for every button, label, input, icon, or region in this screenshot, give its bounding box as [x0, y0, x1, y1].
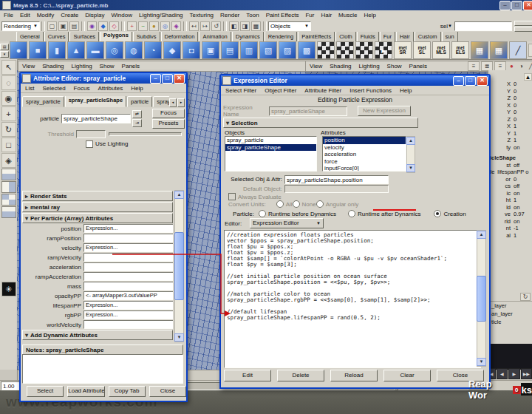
channel-row[interactable]: csoff: [488, 183, 532, 190]
channel-row[interactable]: X0: [488, 102, 532, 109]
status-icon[interactable]: ↦: [200, 21, 210, 31]
panel-menu-item[interactable]: Panels: [121, 63, 140, 69]
status-icon[interactable]: ◉: [87, 21, 97, 31]
attribute-list-item[interactable]: position: [323, 137, 406, 144]
particle-mode-option[interactable]: Runtime before Dynamics: [259, 210, 336, 217]
status-icon[interactable]: ↤: [189, 21, 199, 31]
shelf-icon[interactable]: ●: [10, 41, 27, 59]
shelf-icon[interactable]: mel ELS: [451, 41, 469, 59]
color-dots-icon[interactable]: ●: [508, 62, 516, 70]
attribute-field[interactable]: Expression...: [83, 224, 173, 233]
shelf-menu-icon[interactable]: ▤: [0, 44, 9, 50]
always-evaluate-checkbox[interactable]: [228, 193, 236, 200]
menu-item[interactable]: Muscle: [338, 12, 358, 18]
maximize-button[interactable]: □: [162, 74, 173, 84]
shelf-tab[interactable]: Subdivs: [133, 32, 160, 41]
attribute-field[interactable]: Expression...: [83, 301, 173, 310]
new-expression-button[interactable]: New Expression: [358, 106, 411, 116]
shelf-tab[interactable]: Rendering: [265, 32, 298, 41]
status-icon[interactable]: +: [127, 21, 137, 31]
trash-icon[interactable]: ▯: [528, 44, 532, 57]
menu-item[interactable]: Help: [399, 87, 412, 94]
tab-scroll-right-icon[interactable]: ▸: [177, 98, 185, 107]
pencil-icon[interactable]: ╱: [527, 62, 532, 70]
sel-input[interactable]: [454, 21, 512, 31]
shelf-icon[interactable]: ◘: [183, 41, 200, 59]
shelf-tab[interactable]: Custom: [415, 32, 441, 41]
channel-row[interactable]: al1: [488, 232, 532, 240]
shelf-icon[interactable]: ▬: [86, 41, 104, 59]
shelf-icon[interactable]: ▦: [490, 41, 508, 59]
selected-obj-attr-field[interactable]: spray_particleShape.position: [284, 175, 389, 184]
particle-mode-creation[interactable]: Creation: [434, 210, 466, 217]
shelf-icon[interactable]: ▲: [67, 41, 85, 59]
section-header[interactable]: mental ray: [22, 202, 173, 212]
shelf-icon[interactable]: ◔: [144, 41, 162, 59]
attribute-editor-scrollbar[interactable]: ▲ ▼: [174, 190, 184, 342]
dialog-button[interactable]: Reload: [330, 370, 378, 381]
attribute-field[interactable]: [83, 272, 173, 281]
menu-item[interactable]: List: [24, 85, 35, 92]
node-tab[interactable]: particle: [127, 96, 152, 107]
particle-mode-option[interactable]: Runtime after Dynamics: [348, 210, 420, 217]
shelf-icon[interactable]: ▥: [240, 41, 258, 59]
status-icon[interactable]: ◎: [160, 21, 170, 31]
shelf-icon[interactable]: ■: [29, 41, 47, 59]
use-lighting-checkbox[interactable]: [86, 140, 93, 148]
expression-name-field[interactable]: spray_particleShape: [269, 106, 347, 116]
dialog-button[interactable]: Copy Tab: [109, 386, 146, 397]
shelf-icon[interactable]: ◎: [106, 41, 123, 59]
tool-button[interactable]: ↖: [1, 60, 16, 75]
section-header-add-dynamic[interactable]: Add Dynamic Attributes: [22, 330, 173, 340]
node-tab[interactable]: spray_particle: [22, 96, 64, 107]
attributes-list-scrollbar[interactable]: ▲ ▼: [406, 136, 415, 173]
close-button[interactable]: ✕: [477, 76, 488, 86]
object-list-item[interactable]: spray_particleShape: [225, 144, 316, 152]
tool-button[interactable]: ◉: [1, 91, 16, 106]
layout-single-pane-button[interactable]: [1, 169, 16, 180]
status-icon[interactable]: ◇: [109, 21, 119, 31]
menu-item[interactable]: Fur: [304, 12, 315, 18]
layer-refresh-icon[interactable]: ↻: [520, 293, 531, 301]
shelf-tab[interactable]: Polygons: [100, 32, 132, 41]
section-header[interactable]: Render Stats: [22, 191, 173, 201]
status-icon[interactable]: ◈: [171, 21, 181, 31]
channel-layout-icon-1[interactable]: ≡: [468, 61, 480, 71]
shelf-icon[interactable]: mel MLS: [432, 41, 450, 59]
status-icon[interactable]: ▣: [58, 21, 68, 31]
pin-node-icon[interactable]: ⇥: [132, 119, 142, 127]
menu-item[interactable]: Texturing: [189, 12, 214, 18]
shelf-tab[interactable]: sun: [442, 32, 458, 41]
shelf-icon[interactable]: ╱: [509, 41, 527, 59]
status-icon[interactable]: [223, 21, 227, 31]
shelf-tab[interactable]: Animation: [199, 32, 231, 41]
shelf-icon[interactable]: ▤: [221, 41, 239, 59]
focus-button[interactable]: Focus: [152, 109, 185, 118]
menu-item[interactable]: Insert Functions: [349, 87, 392, 94]
menu-item[interactable]: Create: [60, 12, 79, 18]
attribute-list-item[interactable]: force: [323, 158, 406, 166]
object-list-item[interactable]: spray_particle: [225, 137, 316, 144]
shelf-tab[interactable]: Surfaces: [69, 32, 99, 41]
scrollbar-thumb[interactable]: [174, 232, 184, 300]
channel-row[interactable]: rldon: [488, 218, 532, 225]
attribute-field[interactable]: [83, 320, 173, 329]
shelf-icon[interactable]: ▩: [298, 41, 316, 59]
panel-menu-item[interactable]: Shading: [329, 63, 352, 69]
dialog-button[interactable]: Load Attributes: [67, 386, 104, 397]
channel-row[interactable]: Y1: [488, 130, 532, 138]
status-icon[interactable]: ~: [138, 21, 148, 31]
swap-input-icon[interactable]: ⇄: [132, 110, 142, 118]
shelf-icon[interactable]: ◍: [125, 41, 143, 59]
attribute-editor-titlebar[interactable]: Attribute Editor: spray_particle – □ ✕: [21, 73, 186, 84]
dialog-button[interactable]: Select: [27, 386, 64, 397]
channel-row[interactable]: ht1: [488, 197, 532, 204]
shelf-tab[interactable]: General: [16, 32, 44, 41]
tool-button[interactable]: ◈: [1, 153, 16, 168]
selection-section-header[interactable]: Selection: [223, 118, 418, 128]
status-icon[interactable]: ▦: [251, 21, 261, 31]
menu-item[interactable]: Help: [130, 85, 143, 92]
menu-item[interactable]: Help: [363, 12, 376, 18]
panel-menu-item[interactable]: Show: [386, 63, 403, 69]
shelf-icon[interactable]: mel SL: [413, 41, 431, 59]
